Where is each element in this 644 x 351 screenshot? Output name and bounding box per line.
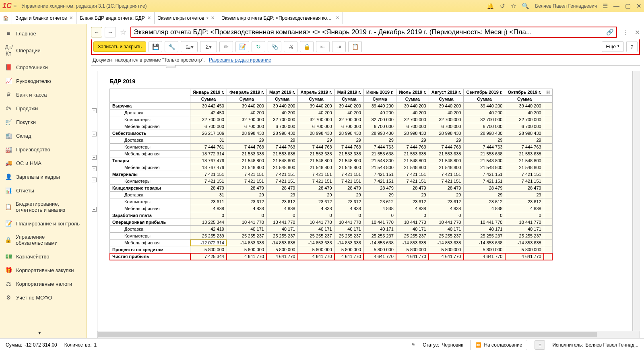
cell[interactable]: 7 421 151 [464,171,505,178]
cell[interactable]: 4 641 770 [334,253,363,260]
leftnav-item-13[interactable]: 📝Планирование и контроль [0,217,87,230]
tab-close-icon[interactable]: ✕ [147,15,151,21]
cell[interactable]: 18 767 476 [190,157,227,164]
cell[interactable]: 7 421 151 [396,171,429,178]
indent-left-icon[interactable]: ⇤ [316,41,330,52]
app-menu-icon[interactable]: ≡ [13,3,17,9]
cell[interactable]: 29 [363,192,396,198]
cell[interactable]: 6 700 000 [464,123,505,130]
back-button[interactable]: ← [91,27,102,37]
cell[interactable]: 21 548 800 [227,164,266,171]
pencil-icon[interactable]: ✏ [219,41,233,52]
cell[interactable]: 29 [334,192,363,198]
cell[interactable]: 7 444 763 [396,144,429,151]
cell[interactable]: 7 421 151 [190,178,227,185]
cell[interactable]: 21 548 800 [429,164,464,171]
cell[interactable]: 25 255 239 [190,233,227,240]
refresh-icon[interactable]: ↻ [252,41,265,52]
cell[interactable]: 0 [363,212,396,219]
cell[interactable]: 23 611 [190,198,227,205]
cell[interactable] [544,240,552,246]
cell[interactable]: 29 [505,192,544,198]
cell[interactable] [544,171,552,178]
cell[interactable]: 7 444 763 [505,144,544,151]
cell[interactable]: 21 553 638 [298,151,334,157]
cell[interactable]: 7 421 151 [363,178,396,185]
leftnav-item-3[interactable]: 📈Руководителю [0,74,87,88]
cell[interactable] [544,116,552,123]
cell[interactable]: -14 853 638 [429,240,464,246]
cell[interactable] [544,123,552,130]
cell[interactable]: 5 800 000 [227,246,266,253]
cell[interactable]: 7 421 151 [298,171,334,178]
record-close-button[interactable]: Записать и закрыть [93,41,146,52]
cell[interactable]: 26 217 106 [190,130,227,137]
cell[interactable]: 4 838 [266,205,298,212]
user-name[interactable]: Беляев Павел Геннадьевич [535,3,597,9]
lock-icon[interactable]: 🔒 [300,41,314,52]
cell[interactable] [544,130,552,137]
cell[interactable]: 4 838 [464,205,505,212]
cell[interactable]: 23 612 [227,198,266,205]
cell[interactable]: 5 800 000 [464,246,505,253]
flag-icon[interactable]: ⚑ [411,342,415,348]
cell[interactable]: 25 255 237 [396,233,429,240]
cell[interactable]: 7 444 763 [298,144,334,151]
cell[interactable]: 32 700 000 [363,116,396,123]
edit-icon[interactable]: 📝 [235,41,249,52]
cell[interactable]: 23 612 [334,198,363,205]
cell[interactable] [544,144,552,151]
cell[interactable]: 28 479 [334,185,363,192]
collapse-icon[interactable]: − [92,108,97,113]
cell[interactable] [544,178,552,185]
cell[interactable]: 40 200 [363,109,396,116]
filter-icon[interactable]: ☰ [603,2,608,10]
cell[interactable] [544,226,552,233]
cell[interactable]: 32 700 000 [227,116,266,123]
cell[interactable]: 28 479 [266,185,298,192]
cell[interactable]: 32 700 000 [429,116,464,123]
cell[interactable]: 5 800 000 [298,246,334,253]
cell[interactable]: 42 450 [190,109,227,116]
cell[interactable]: 39 440 200 [464,103,505,109]
cell[interactable]: 21 553 638 [363,151,396,157]
save-icon[interactable]: 💾 [149,41,162,52]
cell[interactable]: 21 548 800 [505,157,544,164]
cell[interactable]: 7 421 151 [396,178,429,185]
cell[interactable]: 7 421 151 [505,178,544,185]
cell[interactable]: 21 548 800 [396,157,429,164]
leftnav-item-9[interactable]: 🚚ОС и НМА [0,156,87,170]
cell[interactable]: 29 [334,137,363,144]
cell[interactable]: 29 [266,137,298,144]
wrench-icon[interactable]: 🔧 [165,41,178,52]
leftnav-item-2[interactable]: 📕Справочники [0,60,87,74]
cell[interactable]: 10 441 770 [505,219,544,226]
cell[interactable]: 32 700 000 [396,116,429,123]
leftnav-item-5[interactable]: 🛍Продажи [0,101,87,115]
cell[interactable]: 32 700 000 [266,116,298,123]
tab-home[interactable]: 🏠 [0,12,12,24]
cell[interactable]: 4 838 [298,205,334,212]
cell[interactable]: 4 838 [396,205,429,212]
tab-1[interactable]: Бланк БДР вида отчета: БДР✕ [76,12,154,24]
cell[interactable]: 23 612 [298,198,334,205]
cell[interactable]: 21 548 800 [266,164,298,171]
cell[interactable]: 5 800 000 [363,246,396,253]
hierarchy-icon[interactable]: 🗂▾ [181,41,198,52]
cell[interactable]: 7 421 151 [334,171,363,178]
cell[interactable]: 28 998 430 [464,130,505,137]
cell[interactable]: 25 255 237 [505,233,544,240]
cell[interactable]: 7 421 151 [505,171,544,178]
cell[interactable]: 39 440 200 [266,103,298,109]
cell[interactable]: 40 200 [266,109,298,116]
list-icon[interactable]: ≡ [535,340,545,350]
ruler-handle[interactable] [166,65,175,68]
leftnav-item-0[interactable]: ≡Главное [0,27,87,40]
cell[interactable]: 7 421 151 [190,171,227,178]
vertical-scrollbar[interactable] [633,71,640,331]
cell[interactable] [544,157,552,164]
panel-close-icon[interactable]: ✕ [635,29,640,36]
collapse-icon[interactable]: − [92,155,97,160]
cell[interactable]: 0 [298,212,334,219]
cell[interactable]: 40 171 [334,226,363,233]
